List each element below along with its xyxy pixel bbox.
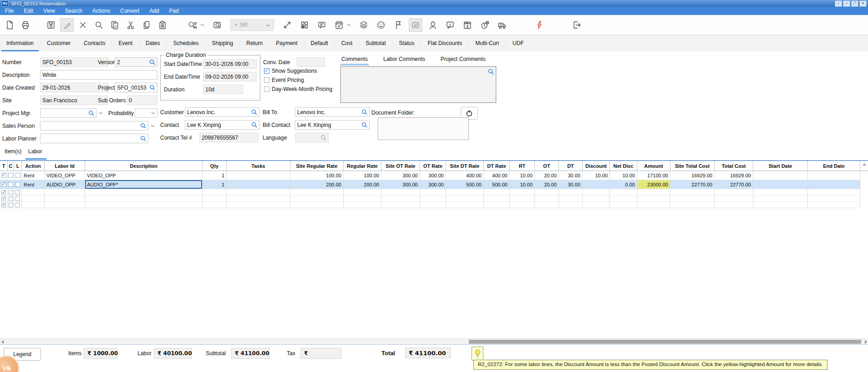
column-header-labor-id[interactable]: Labor Id [45,161,85,171]
contact-field[interactable]: Lee K Xinping [185,120,259,130]
row-flag-checkbox[interactable] [15,203,20,207]
search-icon[interactable] [140,123,146,129]
row-flag-checkbox[interactable] [15,196,20,201]
up-icon[interactable]: ↑ [835,0,842,7]
cell-ot-rate[interactable] [420,202,446,208]
search-icon[interactable] [488,69,494,75]
cell-discount[interactable]: 10.00 [583,171,610,180]
cell-site-regular-rate[interactable]: 200.00 [290,180,344,189]
scrollbar-thumb[interactable] [469,340,861,344]
cut-icon[interactable] [124,18,137,32]
cell-site-dt-rate[interactable]: 400.00 [446,171,484,180]
cell-amount[interactable]: 23000.00 [637,180,670,189]
cell-site-total-cost[interactable]: 16929.00 [670,171,715,180]
cell-amount[interactable]: 17100.00 [637,171,670,180]
delete-icon[interactable] [76,18,90,32]
layers-icon[interactable] [357,18,371,32]
cell-end-date[interactable] [808,180,860,189]
close-icon[interactable]: × [859,0,867,7]
column-header-qty[interactable]: Qty [203,161,227,171]
time-currency-icon[interactable]: $ [478,18,492,32]
search-person-dropdown-icon[interactable] [199,24,205,26]
cell-action[interactable]: Rent [22,180,45,189]
row-select-checkbox[interactable] [1,182,6,187]
row-select-checkbox[interactable] [1,173,6,178]
comment-counter-icon[interactable]: 0 [443,18,457,32]
edit-icon[interactable] [60,18,74,32]
cell-net-disc[interactable]: 0.00 [610,180,637,189]
cell-discount[interactable] [583,189,610,196]
cell-total-cost[interactable] [715,196,753,202]
cell-qty[interactable]: 1 [203,180,227,189]
cell-l[interactable] [14,189,22,196]
column-header-tasks[interactable]: Tasks [227,161,290,171]
cell-end-date[interactable] [808,196,860,202]
minimize-icon[interactable]: − [843,0,850,7]
search-icon[interactable] [361,122,367,128]
sr-selector[interactable]: + SR [230,19,274,31]
checkbox-icon[interactable] [264,77,269,83]
cell-qty[interactable] [203,196,227,202]
cell-t[interactable] [0,189,8,196]
cell-site-ot-rate[interactable]: 300.00 [381,180,420,189]
project-mgr-field[interactable] [40,108,96,118]
cell-rt[interactable] [510,202,535,208]
column-header-ot[interactable]: OT [535,161,559,171]
language-field[interactable] [295,133,329,142]
discount-warning-tooltip[interactable]: R2_02272: For some labor lines, the Disc… [473,360,827,370]
cell-description[interactable]: AUDIO_OPP* [85,180,203,189]
cell-tasks[interactable] [227,202,290,208]
cell-rt[interactable]: 10.00 [510,180,535,189]
description-field[interactable]: White [40,70,157,80]
row-flag-checkbox[interactable] [9,196,13,201]
cell-site-regular-rate[interactable]: 100.00 [290,171,344,180]
cell-total-cost[interactable]: 22770.00 [715,180,753,189]
tab-dates[interactable]: Dates [139,35,167,51]
cell-rt[interactable]: 10.00 [510,171,535,180]
column-header-description[interactable]: Description [85,161,203,171]
column-header-net-disc[interactable]: Net Disc [610,161,637,171]
column-header-l[interactable]: L [14,161,22,171]
cell-net-disc[interactable]: 10.00 [610,171,637,180]
cell-end-date[interactable] [808,171,860,180]
column-header-rt[interactable]: RT [510,161,535,171]
column-header-ot-rate[interactable]: OT Rate [420,161,446,171]
cell-ot-rate[interactable]: 300.00 [420,180,446,189]
labor-row[interactable]: RentVIDEO_OPPVIDEO_OPP1100.00100.00300.0… [0,171,868,180]
cell-ot[interactable] [535,202,559,208]
cell-labor-id[interactable] [45,189,85,196]
scroll-left-icon[interactable] [1,340,4,344]
scroll-right-icon[interactable] [865,340,867,344]
invoice-window-icon[interactable]: $ [461,18,474,32]
cell-site-dt-rate[interactable] [446,202,484,208]
customer-field[interactable]: Lenovo Inc. [185,107,259,117]
cell-net-disc[interactable] [610,196,637,202]
cell-c[interactable] [8,171,14,180]
cell-discount[interactable] [583,180,610,189]
copy-icon[interactable] [140,18,153,32]
start-datetime-field[interactable]: 30-01-2026 09:00 [203,59,257,69]
cell-end-date[interactable] [808,189,860,196]
tab-labor[interactable]: Labor [28,148,42,155]
cell-start-date[interactable] [753,196,808,202]
version-field[interactable]: 2 [115,57,157,67]
cell-site-ot-rate[interactable]: 300.00 [381,171,420,180]
column-header-site-total-cost[interactable]: Site Total Cost [670,161,715,171]
labor-planner-field[interactable] [40,134,148,143]
flag-icon[interactable] [391,18,405,32]
cell-rt[interactable] [510,196,535,202]
cell-tasks[interactable] [227,189,290,196]
option-show-suggestions[interactable]: Show Suggestions [264,68,317,74]
cell-labor-id[interactable]: VIDEO_OPP [45,171,85,180]
cell-amount[interactable] [637,202,670,208]
cell-l[interactable] [14,171,22,180]
cell-t[interactable] [0,202,8,208]
labor-row[interactable]: RentAUDIO_OPPAUDIO_OPP*1200.00200.00300.… [0,180,868,189]
row-flag-checkbox[interactable] [8,182,13,187]
save-icon[interactable] [44,18,58,32]
delivery-truck-icon[interactable]: A [495,18,509,32]
cell-qty[interactable] [203,189,227,196]
column-header-dt[interactable]: DT [559,161,583,171]
cell-site-regular-rate[interactable] [290,202,344,208]
menu-convert[interactable]: Convert [115,7,144,15]
